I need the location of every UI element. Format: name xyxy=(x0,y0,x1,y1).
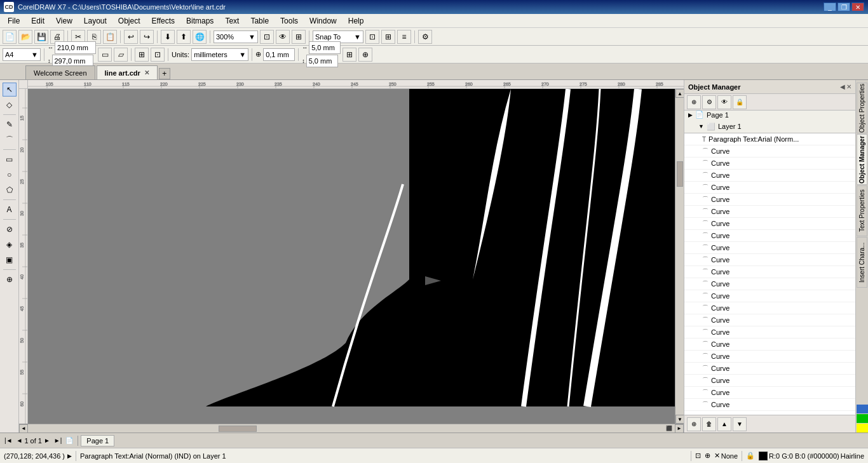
obj-curve-13[interactable]: ⌒ Curve xyxy=(684,290,855,302)
obj-paragraph-text[interactable]: T Paragraph Text:Arial (Norm... xyxy=(684,133,855,145)
side-tab-obj-properties[interactable]: Object Properties xyxy=(857,83,867,133)
scroll-thumb-v[interactable] xyxy=(677,161,683,187)
menu-tools[interactable]: Tools xyxy=(275,15,303,27)
next-page-btn[interactable]: ► xyxy=(42,436,52,445)
smart-fill-btn[interactable]: ▣ xyxy=(3,253,17,267)
menu-layout[interactable]: Layout xyxy=(79,15,112,27)
menu-window[interactable]: Window xyxy=(304,15,342,27)
smart-draw-btn[interactable]: ⌒ xyxy=(3,133,17,147)
scroll-thumb-h[interactable] xyxy=(219,426,257,432)
obj-curve-21[interactable]: ⌒ Curve xyxy=(684,387,855,399)
freehand-tool-btn[interactable]: ✎ xyxy=(3,117,17,131)
obj-curve-12[interactable]: ⌒ Curve xyxy=(684,278,855,290)
prev-page-btn[interactable]: ◄ xyxy=(15,436,25,445)
minimize-button[interactable]: _ xyxy=(824,3,836,11)
first-page-btn[interactable]: |◄ xyxy=(3,436,15,445)
obj-curve-2[interactable]: ⌒ Curve xyxy=(684,158,855,170)
bleed2-btn[interactable]: ⊡ xyxy=(151,48,165,62)
scroll-down-btn[interactable]: ▼ xyxy=(675,415,684,424)
snap-btn[interactable]: ⊡ xyxy=(365,30,379,44)
open-button[interactable]: 📂 xyxy=(18,30,32,44)
publish-button[interactable]: 🌐 xyxy=(193,30,207,44)
units-combo[interactable]: millimeters ▼ xyxy=(191,48,248,61)
y-input[interactable] xyxy=(306,55,338,67)
menu-text[interactable]: Text xyxy=(220,15,244,27)
obj-curve-20[interactable]: ⌒ Curve xyxy=(684,375,855,387)
menu-bitmaps[interactable]: Bitmaps xyxy=(181,15,219,27)
tab-lineart[interactable]: line art.cdr ✕ xyxy=(97,65,158,79)
canvas-area[interactable]: ▲ ▼ xyxy=(28,89,684,424)
new-button[interactable]: 📄 xyxy=(3,30,17,44)
close-button[interactable]: ✕ xyxy=(851,3,864,11)
add-page-nav-btn[interactable]: 📄 xyxy=(64,436,75,445)
ellipse-tool-btn[interactable]: ○ xyxy=(3,168,17,182)
obj-new-layer-btn[interactable]: ⊕ xyxy=(687,95,701,109)
menu-effects[interactable]: Effects xyxy=(147,15,180,27)
obj-curve-18[interactable]: ⌒ Curve xyxy=(684,351,855,363)
obj-curve-3[interactable]: ⌒ Curve xyxy=(684,170,855,182)
obj-del-btn[interactable]: 🗑 xyxy=(702,417,716,431)
scroll-up-btn[interactable]: ▲ xyxy=(675,89,684,98)
paste-button[interactable]: 📋 xyxy=(103,30,117,44)
obj-curve-17[interactable]: ⌒ Curve xyxy=(684,339,855,351)
tab-close-lineart[interactable]: ✕ xyxy=(144,69,149,76)
select-tool-btn[interactable]: ↖ xyxy=(3,83,17,97)
x-input[interactable] xyxy=(309,41,341,54)
text-tool-btn[interactable]: A xyxy=(3,203,17,217)
snap-icon2[interactable]: ⊕ xyxy=(705,452,710,460)
transform-btn[interactable]: ⊞ xyxy=(342,48,356,62)
restore-button[interactable]: ❐ xyxy=(837,3,850,11)
page-size-combo[interactable]: A4 ▼ xyxy=(3,48,41,61)
tab-welcome[interactable]: Welcome Screen xyxy=(25,65,95,79)
last-page-btn[interactable]: ►| xyxy=(52,436,64,445)
menu-help[interactable]: Help xyxy=(343,15,369,27)
obj-curve-10[interactable]: ⌒ Curve xyxy=(684,254,855,266)
obj-curve-16[interactable]: ⌒ Curve xyxy=(684,326,855,339)
obj-curve-7[interactable]: ⌒ Curve xyxy=(684,218,855,230)
landscape-btn[interactable]: ▱ xyxy=(114,48,128,62)
page1-item[interactable]: ▶ 📄 Page 1 xyxy=(688,111,851,119)
save-button[interactable]: 💾 xyxy=(34,30,48,44)
options-btn[interactable]: ⚙ xyxy=(418,30,432,44)
import-button[interactable]: ⬇ xyxy=(161,30,175,44)
obj-layer-settings-btn[interactable]: ⚙ xyxy=(702,95,716,109)
obj-curve-4[interactable]: ⌒ Curve xyxy=(684,182,855,194)
panel-close-btn[interactable]: ✕ xyxy=(846,83,851,90)
export-button[interactable]: ⬆ xyxy=(177,30,191,44)
color-yellow-swatch[interactable] xyxy=(857,424,868,433)
obj-curve-1[interactable]: ⌒ Curve xyxy=(684,145,855,158)
dynamic-guides-btn[interactable]: ⊞ xyxy=(381,30,395,44)
obj-curve-15[interactable]: ⌒ Curve xyxy=(684,314,855,326)
scroll-right-btn[interactable]: ► xyxy=(675,424,684,433)
color-green-swatch[interactable] xyxy=(857,414,868,423)
obj-list[interactable]: T Paragraph Text:Arial (Norm... ⌒ Curve … xyxy=(684,133,855,415)
obj-move-up-btn[interactable]: ▲ xyxy=(717,417,731,431)
obj-curve-19[interactable]: ⌒ Curve xyxy=(684,363,855,375)
obj-curve-9[interactable]: ⌒ Curve xyxy=(684,242,855,254)
scroll-track-h[interactable] xyxy=(28,424,663,433)
obj-view-btn[interactable]: 👁 xyxy=(717,95,731,109)
node-tool-btn[interactable]: ◇ xyxy=(3,98,17,112)
tab-add-button[interactable]: + xyxy=(159,68,170,79)
obj-lock-btn[interactable]: 🔒 xyxy=(733,95,747,109)
page-width-input[interactable] xyxy=(55,41,96,54)
polygon-tool-btn[interactable]: ⬠ xyxy=(3,183,17,197)
snap-icon[interactable]: ⊡ xyxy=(695,452,701,460)
portrait-btn[interactable]: ▭ xyxy=(98,48,112,62)
obj-curve-22[interactable]: ⌒ Curve xyxy=(684,399,855,411)
menu-view[interactable]: View xyxy=(51,15,78,27)
side-tab-text-properties[interactable]: Text Properties xyxy=(857,185,867,236)
zoom-combo[interactable]: 300% ▼ xyxy=(214,30,258,43)
view-btn[interactable]: 👁 xyxy=(276,30,290,44)
menu-object[interactable]: Object xyxy=(113,15,146,27)
fill-btn[interactable]: ◈ xyxy=(3,238,17,252)
color-blue-swatch[interactable] xyxy=(857,405,868,413)
obj-add-btn[interactable]: ⊕ xyxy=(687,417,701,431)
scroll-size-btn[interactable]: ⬛ xyxy=(663,426,675,431)
obj-curve-8[interactable]: ⌒ Curve xyxy=(684,230,855,242)
side-tab-obj-manager[interactable]: Object Manager xyxy=(857,134,867,185)
obj-curve-11[interactable]: ⌒ Curve xyxy=(684,266,855,278)
page-label-tab[interactable]: Page 1 xyxy=(81,435,114,446)
redo-button[interactable]: ↪ xyxy=(140,30,154,44)
obj-move-down-btn[interactable]: ▼ xyxy=(733,417,747,431)
